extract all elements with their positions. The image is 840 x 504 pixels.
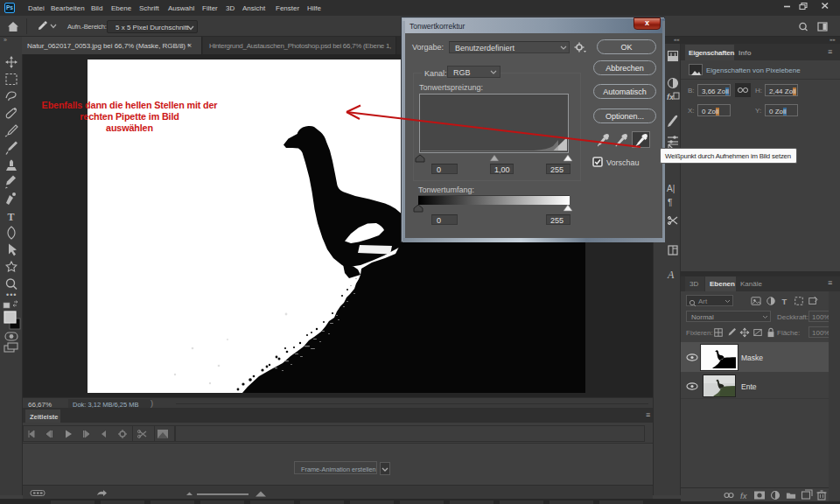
svg-text:A: A	[667, 269, 675, 281]
svg-text:T: T	[782, 298, 788, 306]
svg-text:A|: A|	[667, 184, 675, 193]
svg-text:¶: ¶	[668, 198, 672, 207]
svg-text:fx: fx	[740, 491, 748, 500]
svg-text:T: T	[8, 211, 15, 223]
